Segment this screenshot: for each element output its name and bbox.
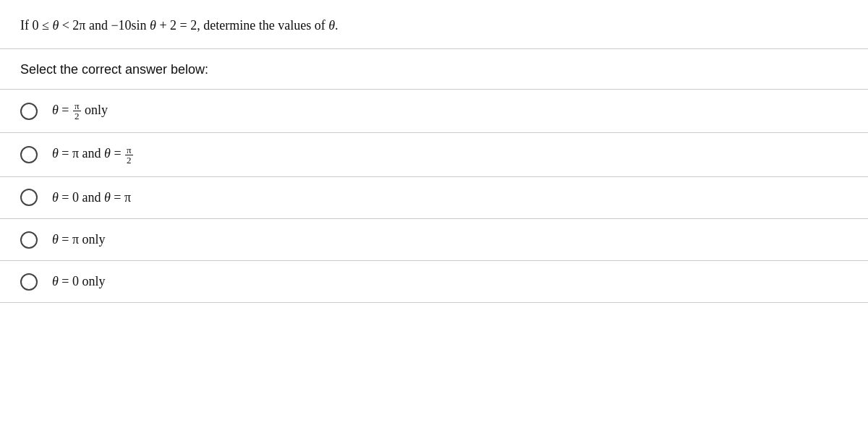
radio-b[interactable] — [20, 146, 38, 163]
question-text: If 0 ≤ θ < 2π and −10sin θ + 2 = 2, dete… — [20, 16, 848, 35]
option-a[interactable]: θ = π2 only — [0, 90, 868, 133]
radio-d[interactable] — [20, 231, 38, 249]
radio-c[interactable] — [20, 189, 38, 206]
option-e[interactable]: θ = 0 only — [0, 261, 868, 303]
prompt-section: Select the correct answer below: — [0, 49, 868, 90]
radio-e[interactable] — [20, 273, 38, 291]
radio-a[interactable] — [20, 103, 38, 120]
option-e-text: θ = 0 only — [52, 273, 106, 291]
option-a-text: θ = π2 only — [52, 101, 108, 121]
main-container: If 0 ≤ θ < 2π and −10sin θ + 2 = 2, dete… — [0, 0, 868, 433]
option-d-text: θ = π only — [52, 231, 106, 249]
option-b[interactable]: θ = π and θ = π2 — [0, 133, 868, 176]
option-c-text: θ = 0 and θ = π — [52, 189, 131, 207]
prompt-text: Select the correct answer below: — [20, 62, 848, 77]
option-c[interactable]: θ = 0 and θ = π — [0, 177, 868, 219]
option-b-text: θ = π and θ = π2 — [52, 145, 134, 164]
question-section: If 0 ≤ θ < 2π and −10sin θ + 2 = 2, dete… — [0, 0, 868, 49]
option-d[interactable]: θ = π only — [0, 219, 868, 261]
